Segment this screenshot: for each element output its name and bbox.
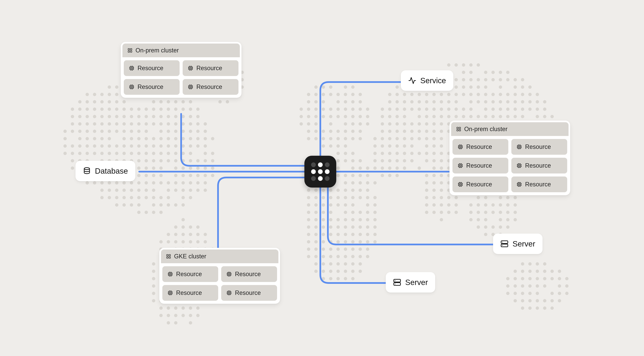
svg-rect-1101 (228, 272, 231, 276)
cluster-body: Resource Resource Resource Resource Reso… (450, 136, 570, 195)
svg-rect-1146 (518, 146, 520, 148)
svg-rect-1048 (131, 67, 132, 69)
activity-icon (408, 77, 416, 85)
cluster-title: On-prem cluster (136, 47, 179, 54)
cpu-icon (167, 290, 173, 296)
svg-rect-1047 (130, 66, 133, 70)
resource-item: Resource (511, 158, 567, 174)
service-label: Service (420, 76, 446, 85)
resource-item: Resource (183, 79, 238, 95)
database-icon (83, 167, 91, 175)
grid-icon (166, 254, 171, 259)
svg-rect-1166 (518, 165, 520, 167)
resource-label: Resource (176, 271, 202, 278)
resource-item: Resource (511, 177, 567, 192)
svg-rect-1165 (518, 164, 521, 167)
svg-rect-1046 (130, 51, 132, 52)
svg-rect-1111 (168, 291, 172, 295)
cpu-icon (188, 84, 193, 90)
server-icon (393, 278, 401, 286)
resource-item: Resource (124, 79, 180, 95)
cluster-onprem-top: On-prem cluster Resource Resource Resour… (121, 42, 242, 98)
svg-rect-1134 (459, 130, 461, 131)
svg-rect-1121 (228, 291, 231, 295)
cpu-icon (516, 144, 522, 150)
svg-point-1034 (84, 168, 90, 170)
svg-rect-1176 (460, 184, 461, 185)
svg-rect-1102 (228, 273, 230, 275)
resource-label: Resource (196, 65, 222, 72)
cpu-icon (226, 271, 232, 277)
svg-rect-1112 (170, 292, 171, 294)
resource-label: Resource (138, 83, 163, 90)
svg-rect-1155 (459, 164, 462, 167)
service-node: Service (401, 70, 453, 91)
cpu-icon (226, 290, 232, 296)
svg-rect-1091 (168, 272, 172, 276)
svg-rect-1067 (130, 85, 133, 89)
grid-icon (128, 48, 132, 53)
cluster-onprem-right: On-prem cluster Resource Resource Resour… (450, 121, 570, 195)
hub-node (304, 156, 336, 187)
cluster-body: Resource Resource Resource Resource (121, 57, 242, 98)
resource-label: Resource (525, 143, 551, 150)
svg-rect-1132 (459, 127, 461, 129)
svg-rect-1133 (457, 130, 458, 131)
server-node-2: Server (386, 272, 435, 293)
svg-rect-1186 (518, 184, 520, 185)
svg-rect-1057 (189, 66, 192, 70)
svg-rect-1043 (128, 49, 130, 50)
server-label: Server (512, 239, 535, 248)
resource-label: Resource (176, 289, 202, 296)
cpu-icon (167, 271, 173, 277)
resource-label: Resource (466, 162, 492, 169)
resource-item: Resource (511, 139, 567, 155)
server-icon (500, 240, 508, 248)
resource-label: Resource (235, 271, 261, 278)
resource-label: Resource (138, 65, 163, 72)
svg-rect-1068 (131, 86, 132, 88)
svg-rect-1058 (190, 67, 191, 69)
svg-rect-1087 (167, 255, 168, 256)
svg-rect-1175 (459, 183, 462, 186)
grid-icon (456, 127, 461, 132)
resource-label: Resource (466, 181, 492, 188)
svg-rect-1090 (169, 257, 170, 258)
resource-item: Resource (452, 139, 508, 155)
resource-item: Resource (124, 60, 180, 76)
cpu-icon (458, 163, 463, 169)
cpu-icon (516, 181, 522, 187)
svg-rect-1077 (189, 85, 192, 89)
resource-item: Resource (221, 285, 277, 301)
database-node: Database (76, 161, 135, 181)
resource-item: Resource (183, 60, 238, 76)
cpu-icon (188, 65, 193, 71)
svg-rect-1131 (457, 127, 458, 129)
cluster-body: Resource Resource Resource Resource (159, 263, 280, 304)
cpu-icon (516, 163, 522, 169)
resource-label: Resource (196, 83, 222, 90)
svg-rect-1122 (228, 292, 230, 294)
cpu-icon (129, 65, 134, 71)
cluster-header: GKE cluster (161, 249, 278, 263)
svg-rect-1078 (190, 86, 191, 88)
svg-rect-1156 (460, 165, 461, 167)
resource-item: Resource (452, 177, 508, 192)
svg-rect-1089 (167, 257, 168, 258)
server-label: Server (405, 278, 428, 287)
database-label: Database (95, 167, 128, 176)
resource-item: Resource (452, 158, 508, 174)
svg-rect-1185 (518, 183, 521, 186)
resource-item: Resource (162, 285, 218, 301)
cpu-icon (129, 84, 134, 90)
cluster-header: On-prem cluster (122, 43, 240, 57)
resource-label: Resource (235, 289, 261, 296)
cluster-header: On-prem cluster (451, 122, 568, 136)
svg-rect-1145 (518, 145, 521, 149)
server-node-1: Server (493, 234, 542, 254)
svg-rect-1135 (459, 145, 462, 149)
cpu-icon (458, 181, 463, 187)
svg-rect-1092 (170, 273, 171, 275)
resource-item: Resource (221, 266, 277, 282)
resource-item: Resource (162, 266, 218, 282)
